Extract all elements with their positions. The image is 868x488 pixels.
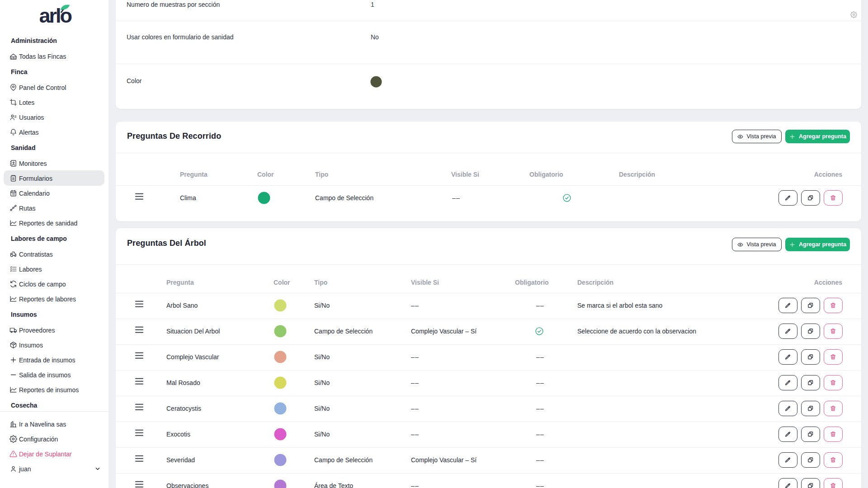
svg-text:12: 12 (12, 193, 15, 196)
